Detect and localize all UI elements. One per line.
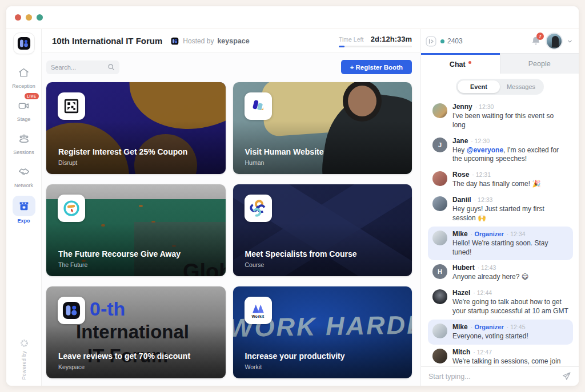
page-title: 10th International IT Forum	[52, 36, 162, 46]
tab-chat[interactable]: Chat	[421, 53, 500, 74]
booth-subtitle: Course	[245, 261, 265, 268]
message-author: Mike	[452, 323, 468, 331]
booth-logo-future	[58, 195, 85, 222]
booth-title: Register Interest Get 25% Coupon	[58, 147, 187, 156]
message-author: Mitch	[452, 348, 470, 356]
sidebar-item-label: Stage	[8, 116, 40, 122]
booth-card-future[interactable]: GlobThe Future Recourse Give AwayThe Fut…	[46, 184, 226, 276]
avatar: J	[432, 138, 447, 152]
sidebar-item-label: Reception	[8, 83, 40, 89]
powered-by: Powered by	[6, 339, 42, 380]
sidebar-item-sessions[interactable]: Sessions	[8, 130, 40, 155]
window-titlebar	[6, 6, 579, 29]
message-text: Hey guys! Just started my first session …	[452, 205, 568, 223]
notifications-bell-icon[interactable]: 7	[530, 35, 542, 47]
avatar	[432, 324, 447, 338]
chevron-down-icon[interactable]	[567, 38, 573, 45]
filter-messages[interactable]: Messages	[500, 80, 542, 93]
traffic-light-minimize[interactable]	[26, 14, 32, 21]
booth-logo-workit: Workit	[245, 297, 272, 324]
message-author: Hazel	[452, 289, 470, 297]
chat-message-mitch-8: Mitch12:47We're talking in sessions, com…	[428, 345, 573, 366]
chat-unread-dot	[468, 61, 471, 64]
viewer-count: 2403	[440, 37, 463, 45]
message-text: We're going to talk about how to get you…	[452, 298, 568, 316]
hosted-by: Hosted by keyspace	[170, 37, 249, 46]
sidebar-item-stage[interactable]: LIVEStage	[8, 96, 40, 122]
traffic-light-zoom[interactable]	[37, 14, 43, 21]
chat-message-jenny-0: Jenny12:30I've been waiting for this eve…	[428, 99, 573, 134]
traffic-light-close[interactable]	[15, 14, 21, 21]
booth-logo-keyspace	[58, 297, 85, 324]
user-avatar[interactable]	[546, 33, 563, 50]
message-text: I've been waiting for this event so long	[452, 112, 568, 130]
sidebar-item-network[interactable]: Network	[8, 163, 40, 188]
time-progress-fill	[339, 46, 344, 47]
avatar	[432, 171, 447, 186]
video-camera-icon: LIVE	[13, 96, 35, 115]
booth-title: Meet Specialists from Course	[245, 249, 357, 258]
chat-message-rose-2: Rose12:31The day has finally come! 🎉	[428, 167, 573, 192]
booth-title: Leave reviews to get 70% discount	[58, 351, 190, 361]
message-time: 12:30	[475, 103, 494, 110]
live-viewers-dot-icon	[440, 39, 444, 43]
message-time: 12:45	[507, 324, 526, 330]
avatar: H	[432, 264, 447, 279]
message-time: 12:33	[474, 196, 493, 203]
avatar	[432, 289, 447, 304]
hosted-by-label: Hosted by	[183, 37, 214, 45]
avatar	[432, 349, 447, 363]
message-text: Hello! We're starting soon. Stay tuned!	[452, 239, 568, 257]
chat-message-list: Jenny12:30I've been waiting for this eve…	[421, 97, 579, 366]
register-booth-button[interactable]: + Register Booth	[341, 60, 412, 74]
booth-logo-course	[245, 195, 272, 222]
booth-icon	[13, 196, 35, 216]
message-text: Anyone already here? 😄	[452, 273, 528, 282]
sidebar-item-reception[interactable]: Reception	[8, 63, 40, 89]
message-time: 12:34	[507, 231, 526, 237]
chat-filter-toggle: Event Messages	[421, 74, 579, 97]
time-progress-bar	[339, 46, 412, 47]
message-time: 12:44	[473, 289, 492, 296]
booth-card-course[interactable]: Meet Specialists from CourseCourse	[233, 184, 412, 276]
message-text: The day has finally come! 🎉	[452, 180, 540, 189]
filter-event[interactable]: Event	[458, 80, 500, 93]
chat-message-mike-7: MikeOrganizer12:45Everyone, voting start…	[428, 320, 573, 345]
search-input[interactable]	[51, 64, 104, 71]
booth-title: The Future Recourse Give Away	[58, 249, 181, 258]
message-time: 12:43	[478, 264, 496, 271]
send-icon[interactable]	[562, 371, 571, 381]
booth-subtitle: Keyspace	[58, 363, 85, 370]
time-left-value: 2d:12h:33m	[371, 35, 412, 43]
booth-title: Increase your productivity	[245, 351, 345, 361]
collapse-panel-icon[interactable]	[426, 36, 436, 47]
booth-subtitle: Human	[245, 159, 265, 166]
message-time: 12:47	[473, 349, 492, 355]
chat-tabs: Chat People	[421, 53, 579, 74]
booth-card-disrupt[interactable]: Register Interest Get 25% CouponDisrupt	[46, 82, 226, 174]
booth-card-keyspace[interactable]: 0-thInternationalIT ForumLeave reviews t…	[46, 286, 226, 378]
booth-card-human[interactable]: Visit Human WebsiteHuman	[233, 82, 412, 174]
message-author: Hubert	[452, 264, 475, 272]
chat-message-mike-4: MikeOrganizer12:34Hello! We're starting …	[428, 227, 573, 261]
sidebar-item-expo[interactable]: Expo	[8, 196, 40, 224]
booth-card-workit[interactable]: WORK HARDERWorkitIncrease your productiv…	[233, 286, 412, 378]
audience-icon	[13, 130, 35, 148]
chat-message-input[interactable]	[428, 373, 557, 381]
avatar	[432, 196, 447, 211]
notification-badge: 7	[536, 33, 544, 40]
app-logo[interactable]	[13, 33, 35, 54]
booth-logo-disrupt	[58, 92, 85, 120]
chat-message-hubert-5: HHubert12:43Anyone already here? 😄	[428, 260, 573, 285]
message-time: 12:30	[471, 138, 490, 144]
chat-input-bar	[421, 366, 579, 386]
host-name: keyspace	[217, 37, 249, 45]
message-author: Jane	[452, 137, 468, 145]
booth-logo-label: Workit	[252, 314, 265, 318]
chat-message-daniil-3: Daniil12:33Hey guys! Just started my fir…	[428, 192, 573, 227]
tab-people[interactable]: People	[500, 53, 579, 74]
powered-by-logo-icon	[20, 339, 29, 347]
message-text: Everyone, voting started!	[452, 332, 528, 341]
app-window: ReceptionLIVEStageSessionsNetworkExpo Po…	[6, 6, 579, 386]
message-author: Mike	[452, 230, 468, 238]
